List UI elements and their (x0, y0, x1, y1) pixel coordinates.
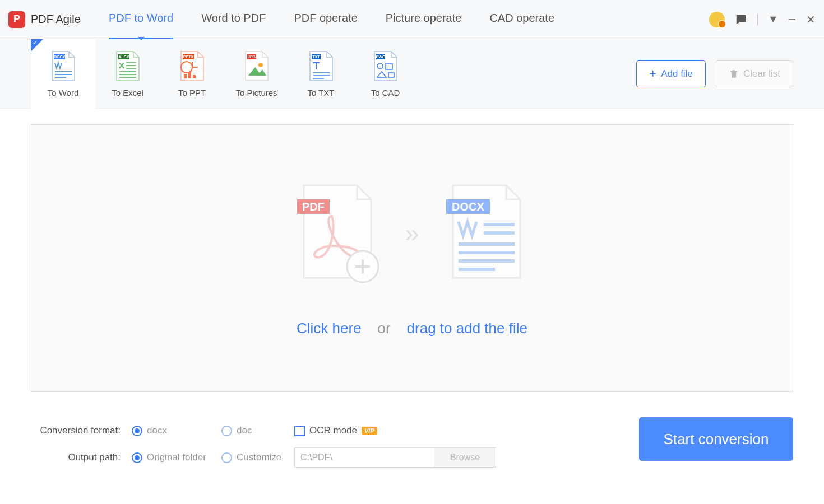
sub-toolbar: DOCX To Word XLSX To Excel PPTX To PPT J… (0, 39, 824, 109)
radio-doc-label: doc (237, 425, 252, 436)
output-path-row: Output path: Original folder Customize B… (31, 444, 639, 471)
convert-to-txt[interactable]: TXT To TXT (289, 39, 353, 109)
convert-label: To Pictures (235, 88, 277, 97)
ppt-file-icon: PPTX (178, 50, 206, 81)
add-file-button[interactable]: + Add file (636, 60, 706, 87)
click-here-link[interactable]: Click here (297, 320, 362, 337)
format-row: Conversion format: docx doc OCR mode VIP (31, 417, 639, 444)
convert-to-word[interactable]: DOCX To Word (31, 39, 95, 109)
user-avatar-icon[interactable] (709, 12, 725, 27)
txt-file-icon: TXT (307, 50, 335, 81)
close-icon[interactable]: ✕ (806, 13, 816, 26)
app-name: PDF Agile (31, 13, 81, 26)
pdf-source-icon: PDF (293, 180, 382, 286)
radio-doc-group[interactable]: doc (221, 425, 283, 436)
titlebar: P PDF Agile PDF to Word Word to PDF PDF … (0, 0, 824, 39)
feedback-icon[interactable] (735, 13, 747, 26)
plus-icon: + (649, 67, 656, 81)
svg-rect-15 (184, 74, 187, 78)
convert-label: To PPT (178, 88, 206, 97)
convert-to-ppt[interactable]: PPTX To PPT (160, 39, 224, 109)
ocr-checkbox[interactable] (294, 426, 305, 436)
tab-pdf-operate[interactable]: PDF operate (294, 12, 357, 27)
svg-text:JPG: JPG (247, 55, 256, 59)
excel-file-icon: XLSX (114, 50, 142, 81)
minimize-icon[interactable]: − (788, 12, 796, 27)
menu-dropdown-icon[interactable]: ▼ (768, 13, 778, 25)
arrow-right-icon: » (405, 218, 419, 248)
radio-docx-label: docx (147, 425, 167, 436)
browse-button[interactable]: Browse (434, 447, 496, 468)
svg-text:DOCX: DOCX (53, 55, 65, 59)
svg-text:PPTX: PPTX (183, 55, 193, 59)
picture-file-icon: JPG (243, 50, 271, 81)
radio-docx[interactable] (132, 426, 142, 436)
svg-text:DOCX: DOCX (452, 200, 484, 213)
drag-add-link[interactable]: drag to add the file (407, 320, 527, 337)
radio-original-label: Original folder (147, 452, 206, 463)
ocr-label: OCR mode (309, 425, 357, 436)
radio-customize-group[interactable]: Customize (221, 452, 283, 463)
clear-list-label: Clear list (743, 68, 780, 80)
convert-type-list: DOCX To Word XLSX To Excel PPTX To PPT J… (31, 39, 418, 109)
bottom-panel: Conversion format: docx doc OCR mode VIP… (0, 403, 824, 471)
radio-original-group[interactable]: Original folder (132, 452, 210, 463)
svg-text:TXT: TXT (312, 55, 320, 59)
path-input-group: Browse (294, 447, 496, 468)
clear-list-button[interactable]: Clear list (716, 60, 793, 87)
svg-point-20 (258, 63, 263, 67)
convert-to-pictures[interactable]: JPG To Pictures (224, 39, 289, 109)
radio-customize-label: Customize (237, 452, 281, 463)
content-area: PDF » DOCX Click here (0, 109, 824, 403)
conversion-options: Conversion format: docx doc OCR mode VIP… (31, 417, 639, 471)
toolbar-actions: + Add file Clear list (636, 60, 793, 87)
svg-text:DWG: DWG (376, 55, 386, 59)
add-file-label: Add file (661, 68, 693, 80)
convert-label: To Excel (112, 88, 143, 97)
svg-rect-16 (188, 72, 191, 78)
main-tabs: PDF to Word Word to PDF PDF operate Pict… (109, 12, 709, 27)
svg-text:PDF: PDF (302, 200, 325, 213)
tab-picture-operate[interactable]: Picture operate (386, 12, 462, 27)
output-path-input[interactable] (294, 447, 434, 468)
tab-pdf-to-word[interactable]: PDF to Word (109, 12, 173, 27)
tab-cad-operate[interactable]: CAD operate (489, 12, 554, 27)
radio-customize[interactable] (221, 452, 232, 463)
app-logo-block: P PDF Agile (8, 11, 81, 28)
format-label: Conversion format: (31, 425, 121, 436)
svg-rect-17 (193, 75, 196, 78)
tab-word-to-pdf[interactable]: Word to PDF (201, 12, 266, 27)
dropzone-graphic: PDF » DOCX (293, 180, 531, 286)
convert-label: To TXT (307, 88, 334, 97)
dropzone-text: Click here or drag to add the file (297, 320, 527, 337)
app-logo-icon: P (8, 11, 25, 28)
start-conversion-button[interactable]: Start conversion (639, 417, 793, 461)
convert-to-cad[interactable]: DWG To CAD (353, 39, 418, 109)
radio-original-folder[interactable] (132, 452, 142, 463)
trash-icon (729, 69, 739, 79)
output-path-label: Output path: (31, 452, 121, 463)
word-file-icon: DOCX (49, 50, 77, 81)
separator (757, 14, 758, 25)
radio-doc[interactable] (221, 426, 232, 436)
window-controls: ▼ − ✕ (709, 12, 816, 27)
convert-label: To Word (48, 88, 79, 97)
vip-badge: VIP (362, 427, 377, 435)
docx-target-icon: DOCX (442, 180, 531, 286)
convert-label: To CAD (371, 88, 400, 97)
convert-to-excel[interactable]: XLSX To Excel (95, 39, 160, 109)
svg-text:XLSX: XLSX (118, 55, 129, 59)
dropzone-or: or (378, 320, 391, 337)
file-dropzone[interactable]: PDF » DOCX Click here (31, 124, 793, 392)
radio-docx-group[interactable]: docx (132, 425, 210, 436)
cad-file-icon: DWG (372, 50, 400, 81)
ocr-mode-group[interactable]: OCR mode VIP (294, 425, 377, 436)
